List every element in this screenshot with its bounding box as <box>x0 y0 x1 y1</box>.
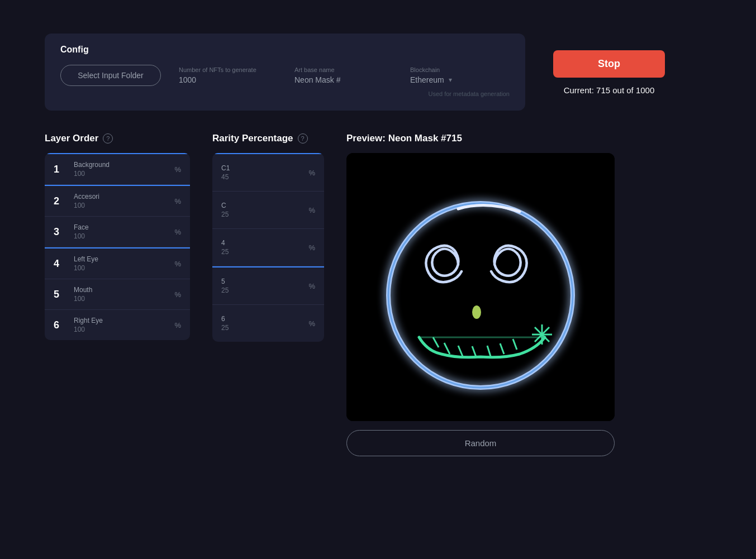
list-item[interactable]: 6 25 % <box>212 305 324 342</box>
layer-value: 100 <box>74 295 165 303</box>
art-base-name-field: Art base name <box>294 66 392 84</box>
random-button[interactable]: Random <box>346 430 615 456</box>
layer-value: 100 <box>74 170 165 178</box>
list-item[interactable]: 4 25 % <box>212 229 324 266</box>
art-base-name-input[interactable] <box>294 75 392 84</box>
rarity-name: 6 <box>221 315 302 323</box>
layer-name: Background <box>74 161 165 169</box>
chevron-down-icon: ▾ <box>449 76 452 84</box>
rarity-title: Rarity Percentage <box>212 133 293 144</box>
layer-percent: % <box>174 260 181 268</box>
blockchain-select[interactable]: Ethereum Solana Polygon <box>410 75 444 84</box>
preview-section: Preview: Neon Mask #715 <box>346 133 711 456</box>
layer-value: 100 <box>74 264 165 272</box>
rarity-section: Rarity Percentage ? C1 45 % C 25 % <box>212 133 324 342</box>
svg-point-3 <box>472 305 481 319</box>
blockchain-field: Blockchain Ethereum Solana Polygon ▾ <box>410 66 500 84</box>
rarity-name: 4 <box>221 239 302 247</box>
layer-number: 4 <box>54 258 65 270</box>
select-folder-button[interactable]: Select Input Folder <box>60 65 161 86</box>
layer-percent: % <box>174 197 181 206</box>
rarity-value: 25 <box>221 248 302 256</box>
rarity-list: C1 45 % C 25 % 4 25 <box>212 153 324 342</box>
rarity-name: 5 <box>221 278 302 285</box>
layer-name: Left Eye <box>74 255 165 263</box>
layer-percent: % <box>174 290 181 299</box>
rarity-value: 45 <box>221 173 302 181</box>
preview-image <box>346 153 615 421</box>
layer-percent: % <box>174 228 181 236</box>
layer-order-title: Layer Order <box>45 133 98 144</box>
rarity-percent: % <box>308 282 315 290</box>
list-item[interactable]: C1 45 % <box>212 153 324 192</box>
rarity-value: 25 <box>221 286 302 294</box>
neon-mask-svg <box>346 153 615 421</box>
nft-count-input[interactable] <box>179 75 277 84</box>
rarity-help-icon[interactable]: ? <box>298 133 308 144</box>
layer-list: 1 Background 100 % 2 Accesori 100 % <box>45 153 190 340</box>
table-row[interactable]: 4 Left Eye 100 % <box>45 247 190 279</box>
metadata-note: Used for metadata generation <box>60 90 510 97</box>
layer-name: Right Eye <box>74 317 165 324</box>
layer-number: 6 <box>54 319 65 331</box>
rarity-percent: % <box>308 243 315 252</box>
layer-number: 2 <box>54 195 65 207</box>
current-counter: Current: 715 out of 1000 <box>564 85 655 95</box>
layer-order-section: Layer Order ? 1 Background 100 % 2 Acces… <box>45 133 190 340</box>
table-row[interactable]: 5 Mouth 100 % <box>45 279 190 310</box>
rarity-percent: % <box>308 169 315 177</box>
stop-button[interactable]: Stop <box>553 50 665 78</box>
layer-name: Accesori <box>74 193 165 200</box>
table-row[interactable]: 1 Background 100 % <box>45 153 190 185</box>
preview-title: Preview: Neon Mask #715 <box>346 133 711 144</box>
table-row[interactable]: 6 Right Eye 100 % <box>45 310 190 340</box>
layer-number: 5 <box>54 289 65 300</box>
layer-percent: % <box>174 321 181 329</box>
table-row[interactable]: 3 Face 100 % <box>45 217 190 247</box>
nft-count-label: Number of NFTs to generate <box>179 66 277 73</box>
layer-value: 100 <box>74 202 165 209</box>
layer-name: Mouth <box>74 286 165 294</box>
layer-order-help-icon[interactable]: ? <box>103 133 113 144</box>
rarity-value: 25 <box>221 211 302 218</box>
layer-percent: % <box>174 165 181 174</box>
rarity-name: C <box>221 202 302 209</box>
layer-number: 3 <box>54 226 65 238</box>
layer-value: 100 <box>74 232 165 240</box>
rarity-value: 25 <box>221 324 302 332</box>
rarity-name: C1 <box>221 164 302 172</box>
config-panel: Config Select Input Folder Number of NFT… <box>45 34 525 111</box>
table-row[interactable]: 2 Accesori 100 % <box>45 185 190 217</box>
layer-value: 100 <box>74 326 165 333</box>
right-controls: Stop Current: 715 out of 1000 <box>548 34 671 95</box>
art-base-name-label: Art base name <box>294 66 392 73</box>
rarity-percent: % <box>308 206 315 214</box>
nft-count-field: Number of NFTs to generate <box>179 66 277 84</box>
config-title: Config <box>60 45 510 55</box>
layer-name: Face <box>74 223 165 231</box>
blockchain-label: Blockchain <box>410 66 500 73</box>
list-item[interactable]: C 25 % <box>212 192 324 229</box>
list-item[interactable]: 5 25 % <box>212 266 324 305</box>
layer-number: 1 <box>54 164 65 175</box>
rarity-percent: % <box>308 319 315 328</box>
